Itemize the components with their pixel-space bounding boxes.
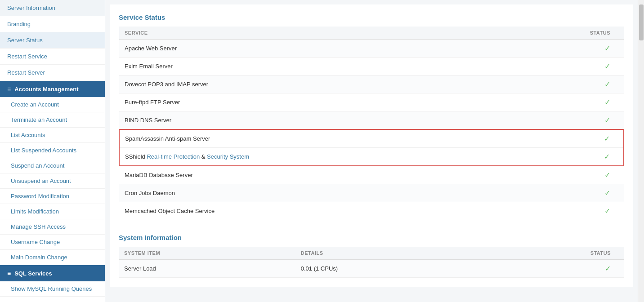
- system-row: Server Load0.01 (1 CPUs)✓: [119, 260, 624, 278]
- service-name: MariaDB Database Server: [119, 166, 579, 184]
- sidebar-item-restart-server[interactable]: Restart Server: [0, 65, 105, 81]
- sql-section-icon: ≡: [7, 270, 11, 277]
- sidebar-item-create-account[interactable]: Create an Account: [0, 97, 105, 112]
- service-row: SShield Real-time Protection & Security …: [119, 148, 624, 166]
- sidebar-item-username-change[interactable]: Username Change: [0, 235, 105, 250]
- service-row: MariaDB Database Server✓: [119, 166, 624, 184]
- check-icon: ✓: [604, 98, 610, 106]
- content-area: Service Status SERVICE STATUS Apache Web…: [110, 4, 633, 287]
- service-row: Cron Jobs Daemon✓: [119, 184, 624, 202]
- service-status: ✓: [579, 76, 624, 93]
- sidebar-item-unsuspend-account[interactable]: Unsuspend an Account: [0, 173, 105, 189]
- check-icon: ✓: [604, 62, 610, 70]
- main-content: Service Status SERVICE STATUS Apache Web…: [105, 0, 638, 302]
- scrollbar-thumb[interactable]: [639, 4, 644, 40]
- sidebar-section-sql[interactable]: ≡ SQL Services: [0, 265, 105, 281]
- check-icon: ✓: [604, 80, 610, 88]
- sql-section-label: SQL Services: [14, 270, 52, 277]
- service-row: Memcached Object Cache Service✓: [119, 202, 624, 220]
- sidebar-item-main-domain-change[interactable]: Main Domain Change: [0, 250, 105, 265]
- check-icon: ✓: [604, 135, 610, 142]
- service-status: ✓: [579, 40, 624, 58]
- sidebar-item-password-modification[interactable]: Password Modification: [0, 189, 105, 204]
- sidebar-item-show-mysql-queries[interactable]: Show MySQL Running Queries: [0, 281, 105, 297]
- check-icon: ✓: [604, 189, 610, 197]
- service-status: ✓: [579, 148, 624, 166]
- service-name: Exim Email Server: [119, 58, 579, 76]
- service-row: SpamAssassin Anti-spam Server✓: [119, 129, 624, 148]
- check-icon: ✓: [604, 116, 610, 124]
- check-icon: ✓: [604, 44, 610, 52]
- service-name: Memcached Object Cache Service: [119, 202, 579, 220]
- service-name: SShield Real-time Protection & Security …: [119, 148, 579, 166]
- service-name: Dovecot POP3 and IMAP server: [119, 76, 579, 93]
- check-icon: ✓: [604, 171, 610, 179]
- service-status-title: Service Status: [119, 13, 624, 21]
- service-table-header: SERVICE STATUS: [119, 27, 624, 40]
- sidebar-item-suspend-account[interactable]: Suspend an Account: [0, 158, 105, 173]
- system-item-details: 0.01 (1 CPUs): [295, 260, 476, 278]
- sidebar-section-accounts[interactable]: ≡ Accounts Management: [0, 81, 105, 97]
- sidebar-item-manage-ssh-access[interactable]: Manage SSH Access: [0, 219, 105, 235]
- accounts-section-label: Accounts Management: [14, 86, 78, 93]
- service-status: ✓: [579, 93, 624, 111]
- system-info-table: SYSTEM ITEM DETAILS STATUS Server Load0.…: [119, 247, 624, 278]
- sidebar-item-server-information[interactable]: Server Information: [0, 0, 105, 16]
- col-status-sys: STATUS: [476, 247, 624, 260]
- sidebar-item-terminate-account[interactable]: Terminate an Account: [0, 112, 105, 128]
- system-item-status: ✓: [476, 260, 624, 278]
- accounts-section-icon: ≡: [7, 85, 11, 93]
- sidebar-item-server-status[interactable]: Server Status: [0, 32, 105, 49]
- check-icon: ✓: [604, 153, 610, 160]
- system-item-name: Server Load: [119, 260, 295, 278]
- service-row: Apache Web Server✓: [119, 40, 624, 58]
- sidebar-item-list-accounts[interactable]: List Accounts: [0, 128, 105, 143]
- service-status: ✓: [579, 202, 624, 220]
- service-status-table: SERVICE STATUS Apache Web Server✓Exim Em…: [119, 27, 624, 220]
- sidebar-item-list-suspended-accounts[interactable]: List Suspended Accounts: [0, 143, 105, 158]
- service-status: ✓: [579, 129, 624, 148]
- service-name: SpamAssassin Anti-spam Server: [119, 129, 579, 148]
- check-icon: ✓: [605, 265, 611, 272]
- sidebar-item-branding[interactable]: Branding: [0, 16, 105, 32]
- col-service: SERVICE: [119, 27, 579, 40]
- service-status: ✓: [579, 58, 624, 76]
- system-table-header: SYSTEM ITEM DETAILS STATUS: [119, 247, 624, 260]
- service-row: BIND DNS Server✓: [119, 111, 624, 130]
- service-name: BIND DNS Server: [119, 111, 579, 130]
- service-row: Dovecot POP3 and IMAP server✓: [119, 76, 624, 93]
- check-icon: ✓: [604, 207, 610, 215]
- col-details: DETAILS: [295, 247, 476, 260]
- service-status: ✓: [579, 111, 624, 130]
- service-name: Cron Jobs Daemon: [119, 184, 579, 202]
- service-name: Apache Web Server: [119, 40, 579, 58]
- service-row: Exim Email Server✓: [119, 58, 624, 76]
- col-system-item: SYSTEM ITEM: [119, 247, 295, 260]
- sidebar: Server Information Branding Server Statu…: [0, 0, 105, 302]
- sidebar-item-restart-service[interactable]: Restart Service: [0, 49, 105, 65]
- system-information-title: System Information: [119, 234, 624, 241]
- service-status: ✓: [579, 184, 624, 202]
- sidebar-item-limits-modification[interactable]: Limits Modification: [0, 204, 105, 219]
- scrollbar-track[interactable]: [638, 0, 644, 302]
- service-name: Pure-ftpd FTP Server: [119, 93, 579, 111]
- service-status: ✓: [579, 166, 624, 184]
- service-row: Pure-ftpd FTP Server✓: [119, 93, 624, 111]
- col-status: STATUS: [579, 27, 624, 40]
